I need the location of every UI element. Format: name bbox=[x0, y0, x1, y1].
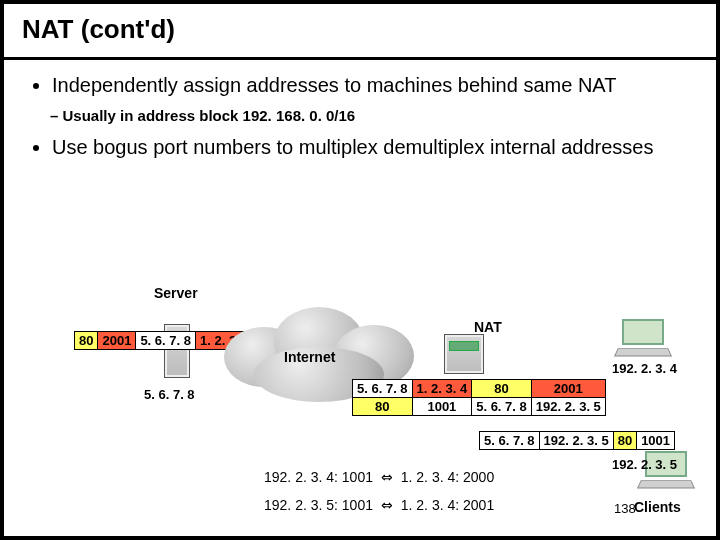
pkt-nat-bot-c2: 1001 bbox=[412, 398, 472, 416]
pkt-nat-bot-c3: 5. 6. 7. 8 bbox=[472, 398, 532, 416]
mapping-1-right: 1. 2. 3. 4: 2000 bbox=[401, 469, 494, 485]
packet-right: 5. 6. 7. 8 192. 2. 3. 5 80 1001 bbox=[479, 431, 675, 450]
bullet-1-sub: Usually in address block 192. 168. 0. 0/… bbox=[50, 107, 688, 124]
internet-label: Internet bbox=[284, 349, 335, 365]
pkt-right-c4: 1001 bbox=[637, 432, 675, 450]
title-bar: NAT (cont'd) bbox=[4, 4, 716, 60]
mapping-2-right: 1. 2. 3. 4: 2001 bbox=[401, 497, 494, 513]
double-arrow-icon: ⇔ bbox=[381, 469, 393, 485]
packet-nat: 5. 6. 7. 8 1. 2. 3. 4 80 2001 80 1001 5.… bbox=[352, 379, 606, 416]
pkt-nat-bot-c4: 192. 2. 3. 5 bbox=[531, 398, 605, 416]
pkt-nat-top-c1: 5. 6. 7. 8 bbox=[353, 380, 413, 398]
server-label: Server bbox=[154, 285, 198, 301]
server-ip-label: 5. 6. 7. 8 bbox=[144, 387, 195, 402]
bullet-1-sub-list: Usually in address block 192. 168. 0. 0/… bbox=[32, 107, 688, 124]
mapping-2: 192. 2. 3. 5: 1001 ⇔ 1. 2. 3. 4: 2001 bbox=[264, 497, 494, 513]
nat-label: NAT bbox=[474, 319, 502, 335]
pkt-nat-bot-c1: 80 bbox=[353, 398, 413, 416]
bullet-1: Independently assign addresses to machin… bbox=[52, 74, 688, 97]
page-number: 138 bbox=[614, 501, 636, 516]
pkt-right-c2: 192. 2. 3. 5 bbox=[539, 432, 613, 450]
nat-device-icon bbox=[444, 334, 484, 374]
client1-ip: 192. 2. 3. 4 bbox=[612, 361, 677, 376]
bullet-list-2: Use bogus port numbers to multiplex demu… bbox=[32, 136, 688, 159]
pkt-nat-top-c4: 2001 bbox=[531, 380, 605, 398]
mapping-1-left: 192. 2. 3. 4: 1001 bbox=[264, 469, 373, 485]
pkt-right-c1: 5. 6. 7. 8 bbox=[480, 432, 540, 450]
double-arrow-icon-2: ⇔ bbox=[381, 497, 393, 513]
laptop-icon-1 bbox=[616, 319, 670, 357]
pkt-nat-top-c2: 1. 2. 3. 4 bbox=[412, 380, 472, 398]
pkt-left-c1: 80 bbox=[75, 332, 98, 350]
pkt-left-c2: 2001 bbox=[98, 332, 136, 350]
mapping-2-left: 192. 2. 3. 5: 1001 bbox=[264, 497, 373, 513]
clients-label: Clients bbox=[634, 499, 681, 515]
client2-ip: 192. 2. 3. 5 bbox=[612, 457, 677, 472]
bullet-2: Use bogus port numbers to multiplex demu… bbox=[52, 136, 688, 159]
slide-frame: NAT (cont'd) Independently assign addres… bbox=[0, 0, 720, 540]
content-area: Independently assign addresses to machin… bbox=[4, 60, 716, 159]
mapping-1: 192. 2. 3. 4: 1001 ⇔ 1. 2. 3. 4: 2000 bbox=[264, 469, 494, 485]
pkt-left-c3: 5. 6. 7. 8 bbox=[136, 332, 196, 350]
pkt-nat-top-c3: 80 bbox=[472, 380, 532, 398]
diagram-area: Server 5. 6. 7. 8 80 2001 5. 6. 7. 8 1. … bbox=[4, 279, 716, 536]
bullet-list: Independently assign addresses to machin… bbox=[32, 74, 688, 97]
pkt-right-c3: 80 bbox=[613, 432, 636, 450]
slide-title: NAT (cont'd) bbox=[22, 14, 698, 45]
